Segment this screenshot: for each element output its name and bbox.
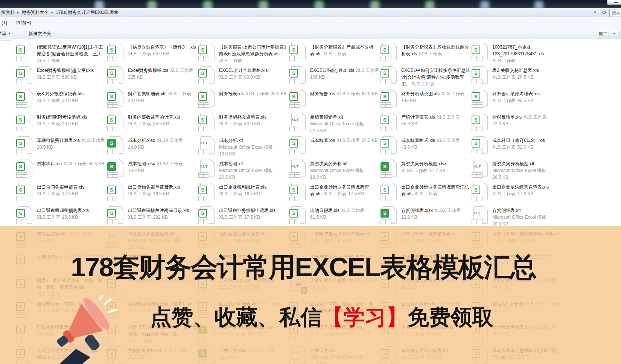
- file-type: XLS 工作表: [37, 75, 60, 80]
- file-item[interactable]: SXLT (记账凭证)过录簿WY10[1].1-手工账必备(融合会计业务检查、三…: [15, 42, 106, 65]
- cta-prefix: 点赞、收藏、私信: [150, 305, 322, 329]
- file-item[interactable]: SXLT 出纳日报表.xls XLS 工作表 61.5 KB: [288, 206, 379, 229]
- file-size: 17.0 KB: [517, 191, 533, 196]
- file-type: XLS 工作表: [219, 191, 242, 196]
- file-item[interactable]: SXLT 成本分析.xlsx XLSX 工作表 14.0 KB: [106, 136, 197, 159]
- file-item[interactable]: SXLT 表2.关联交易汇总表.xls XLS 工作表 20.5 KB: [470, 65, 562, 89]
- breadcrumb-segment[interactable]: 178套财务会计常用EXCEL表格: [56, 10, 119, 15]
- file-item[interactable]: SXLT EXCEL中如何实现按多条件汇总统计(会计实例,两种方法,多函数应用.…: [379, 65, 470, 89]
- blurred-desktop-icon: [534, 1, 543, 8]
- file-item[interactable]: SXLT 抄税反馈单.xls XLS 工作表 22.0 KB: [470, 112, 562, 136]
- file-item[interactable]: SXLT 出口退税业务提醒申请表.xls XLS 工作表 17.5 KB: [197, 206, 288, 229]
- file-type: XLS 工作表: [341, 208, 364, 213]
- file-item[interactable]: SXLT 成本预测.xlt Microsoft Office Excel 模板 …: [197, 159, 288, 182]
- file-item[interactable]: SXLT 差旅费报销单.xlt Microsoft Office Excel 模…: [288, 112, 379, 136]
- excel-file-icon: SXLT: [200, 136, 215, 154]
- file-item[interactable]: SXLT 筹资决策分析模型.xlsx XLSX 工作表 17.7 KB: [379, 159, 470, 182]
- new-folder-button[interactable]: 新建文件夹: [29, 29, 51, 39]
- excel-file-icon: SXLT: [291, 90, 306, 108]
- file-item[interactable]: SXLT 100321767_小企业123_20170831175431.xls…: [470, 42, 562, 65]
- file-item[interactable]: SXLT 出口退税审核关注商品目录.xls XLS 工作表 282 KB: [106, 206, 197, 229]
- excel-file-icon: SXLT: [291, 66, 306, 84]
- excel-file-icon: SXLT: [473, 113, 488, 131]
- share-button[interactable]: 共享▼: [0, 29, 11, 39]
- file-item[interactable]: SXLT 出口货物备案单证目录.xls XLS 工作表 16.5 KB: [106, 182, 197, 206]
- file-type: Microsoft Office Excel 模板: [310, 168, 364, 173]
- excel-file-icon: SXLT: [382, 90, 397, 108]
- file-item[interactable]: SXLT 财务报表.xls XLS 工作表 26.0 KB: [197, 89, 288, 112]
- file-size: 17.5 KB: [244, 215, 260, 220]
- minimize-button[interactable]: ▬: [607, 0, 621, 5]
- file-item[interactable]: SXLT 存货明细表.xlsx XLSX 工作表 12.8 KB: [379, 206, 470, 229]
- search-input[interactable]: 搜索: [609, 9, 621, 17]
- file-item[interactable]: SXLT 出口企业外销业务员情况调查汇总表.xls XLS 工作表: [379, 182, 470, 206]
- menu-item-tools[interactable]: (T): [2, 17, 7, 29]
- file-type: XLS 工作表: [441, 91, 464, 96]
- file-item[interactable]: SXLT 车辆租赁费计算表.xls XLS 工作表 20.5 KB: [15, 136, 106, 159]
- breadcrumb[interactable]: 操资料▸财务资料大全▸178套财务会计常用EXCEL表格: [1, 8, 119, 17]
- file-item[interactable]: SXLT 产值计算报表.xls XLS 工作表 55.0 KB: [379, 112, 470, 136]
- file-item[interactable]: SXLT 财务分析动态图.xls XLS 工作表 143 KB: [379, 89, 470, 112]
- file-item[interactable]: SXLT 财务内部收益率的计算.xls XLS 工作表 35.5 KB: [106, 112, 197, 136]
- file-name: 100321767_小企业123_20170831175431.xls: [492, 44, 544, 56]
- file-item[interactable]: SXLT Excel财务账模板.xls XLS 工作表 325 KB: [106, 65, 197, 89]
- file-size: 63.0 KB: [153, 51, 169, 56]
- excel-file-icon: SXLT: [382, 136, 397, 154]
- address-bar[interactable]: 操资料▸财务资料大全▸178套财务会计常用EXCEL表格 ▼ ⟳: [0, 8, 621, 17]
- file-item[interactable]: SXLT EXCEL进销存账本.xls XLS 工作表 106 KB: [288, 65, 379, 89]
- file-size: 16.5 KB: [244, 191, 260, 196]
- excel-file-icon: SXLT: [382, 160, 397, 178]
- refresh-icon[interactable]: ⟳: [600, 8, 609, 17]
- file-item[interactable]: SXLT 成本科目.xls XLS 工作表 55.5 KB: [15, 159, 106, 182]
- file-item[interactable]: SXLT 成本核算格式.xls XLS 工作表 43.0 KB: [379, 136, 470, 159]
- file-item[interactable]: SXLT 筹资决策分析模型.xlt Microsoft Office Excel…: [470, 159, 562, 182]
- file-item[interactable]: SXLT EXCEL会计全套表格.xls XLS 工作表 80.0 KB: [197, 65, 288, 89]
- file-name: 产值计算报表.xls: [401, 114, 435, 120]
- file-item[interactable]: SXLT 成本科目（修订0119）.xls XLS 工作表 52.0 KB: [470, 136, 562, 159]
- file-name: 筹资决策分析模型.xlt: [492, 161, 534, 166]
- excel-file-icon: SXLT: [473, 66, 488, 84]
- excel-file-icon: SXLT: [18, 90, 32, 108]
- file-type: XLS 工作表: [128, 51, 151, 56]
- address-dropdown-icon[interactable]: ▼: [590, 8, 600, 17]
- file-item[interactable]: SXLT 筹资决策的分析.xlt Microsoft Office Excel …: [288, 159, 379, 182]
- file-size: 12.8 KB: [401, 215, 417, 220]
- excel-file-icon: SXLT: [382, 183, 397, 201]
- file-item[interactable]: SXLT 成本分析.xlt Microsoft Office Excel 模板 …: [197, 136, 288, 159]
- file-name: EXCEL会计全套表格.xls: [219, 68, 268, 73]
- file-item[interactable]: SXLT 财务经理KPI考核指标.xls XLS 工作表 23.0 KB: [15, 112, 106, 136]
- excel-file-icon: SXLT: [473, 160, 488, 178]
- menu-item-help[interactable]: 帮助(H): [16, 17, 31, 29]
- file-item[interactable]: SXLT 出口企业外销业务员情况调查表.xls XLS 工作表 17.5 KB: [288, 182, 379, 206]
- file-item[interactable]: SXLT 【财务报表-上市公司审计基础表】附表6-应收账款账龄分析表.xls X…: [197, 42, 288, 65]
- file-name: 筹资决策分析模型.xlsx: [401, 161, 446, 166]
- breadcrumb-segment[interactable]: 操资料: [1, 10, 15, 15]
- breadcrumb-segment[interactable]: 财务资料大全: [22, 10, 49, 15]
- file-type: XLS 工作表: [219, 58, 242, 63]
- file-name: 出口退税审核关注商品目录.xls: [128, 208, 189, 213]
- file-item[interactable]: SXLT 财务报告.xls XLS 工作表 67.0 KB: [288, 89, 379, 112]
- file-item[interactable]: SXLT 表8.对外投资情况表.xls XLS 工作表 24.0 KB: [15, 89, 106, 112]
- file-size: 96.5 KB: [517, 98, 533, 103]
- view-options-dropdown[interactable]: ▼: [609, 30, 620, 38]
- file-item[interactable]: SXLT 出口退税率调整预测表.xls XLS 工作表 16.5 KB: [15, 206, 106, 229]
- file-item[interactable]: SXLT 出口企业依法经营自查表.xls XLS 工作表 17.0 KB: [470, 182, 562, 206]
- excel-file-icon: SXLT: [291, 113, 306, 131]
- file-item[interactable]: SXLT 财产损失明细表.xls XLS 工作表 20.0 KB: [106, 89, 197, 112]
- file-item[interactable]: SXLT Excel财务账模板(超实用).xls XLS 工作表 680 KB: [15, 65, 106, 89]
- file-item[interactable]: SXLT 【财务分析报表】产品成本分析表.xls XLS 工作表: [288, 42, 379, 65]
- change-view-button[interactable]: [597, 30, 609, 38]
- file-item[interactable]: SXLT 财务指标补充资料表.xls XLS 工作表 60.0 KB: [197, 112, 288, 136]
- file-item[interactable]: SXLT 《供货企业自查表》（附件3）.xls XLS 工作表 63.0 KB: [106, 42, 197, 65]
- file-item[interactable]: SXLT 出口企业税利统计表.xls XLS 工作表 16.5 KB: [197, 182, 288, 206]
- file-item[interactable]: SXLT 成本核算.xls XLS 工作表 54.5 KB: [288, 136, 379, 159]
- command-toolbar: 共享▼ 新建文件夹 ▼: [0, 29, 621, 39]
- file-name: 车辆租赁费计算表.xls: [37, 138, 80, 143]
- file-item[interactable]: SXLT 成本预测.xlsx XLSX 工作表 13.3 KB: [106, 159, 197, 182]
- file-item[interactable]: SXLT 财务会计绩效考核表.xls XLS 工作表 96.5 KB: [470, 89, 562, 112]
- file-item[interactable]: SXLT 【财务分析报表】应收账款账龄分析表.xls XLS 工作表: [379, 42, 470, 65]
- file-item[interactable]: SXLT 存货明细表.xlt Microsoft Office Excel 模板…: [470, 206, 562, 229]
- blurred-desktop-icon: [315, 1, 324, 8]
- file-item[interactable]: SXLT 出口合同备案申请表.xls XLS 工作表 17.5 KB: [15, 182, 106, 206]
- file-name: 存货明细表.xlsx: [401, 208, 433, 213]
